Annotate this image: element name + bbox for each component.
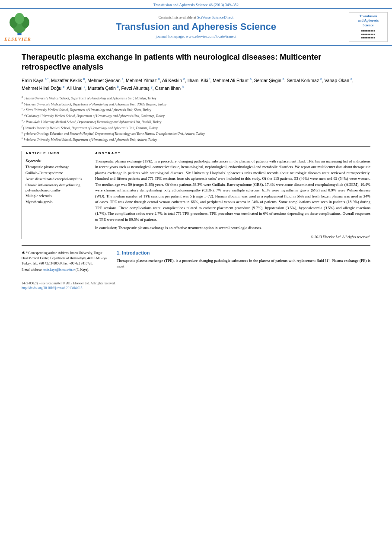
authors-line: Emin Kaya a,*, Muzaffer Keklik b, Mehmet… xyxy=(22,76,370,92)
bottom-section: ✱ * Corresponding author. Address: Inonu… xyxy=(22,245,370,272)
homepage-url[interactable]: www.elsevier.com/locate/transci xyxy=(186,34,236,38)
svg-point-4 xyxy=(15,13,24,24)
elsevier-brand-text: ELSEVIER xyxy=(4,36,31,41)
keyword-2: Guillain–Barre syndrome xyxy=(25,171,86,176)
footer-doi[interactable]: http://dx.doi.org/10.1016/j.transci.2013… xyxy=(22,286,370,290)
affiliations: a a Inonu University Medical School, Dep… xyxy=(22,95,370,142)
sciverse-link[interactable]: SciVerse ScienceDirect xyxy=(197,15,233,19)
corresponding-author-note: ✱ * Corresponding author. Address: Inonu… xyxy=(22,250,108,266)
email-link[interactable]: emin.kaya@inonu.edu.tr xyxy=(43,268,75,272)
abstract-text: Therapeutic plasma exchange (TPE), is a … xyxy=(95,159,370,231)
article-body: ARTICLE INFO Keywords: Therapeutic plasm… xyxy=(22,151,370,239)
abstract-para-2: In conclusion; Therapeutic plasma exchan… xyxy=(95,225,370,231)
keyword-4: Chronic inflammatory demyelinating polyr… xyxy=(25,183,86,193)
article-info-section: ARTICLE INFO Keywords: Therapeutic plasm… xyxy=(22,151,86,239)
main-content: Therapeutic plasma exchange in patients … xyxy=(0,46,392,297)
page-footer: 1473-0502/$ – see front matter © 2013 El… xyxy=(22,279,370,290)
abstract-para-1: Therapeutic plasma exchange (TPE), is a … xyxy=(95,159,370,223)
footnotes-section: ✱ * Corresponding author. Address: Inonu… xyxy=(22,250,108,272)
homepage-line: journal homepage: www.elsevier.com/locat… xyxy=(48,34,344,38)
abstract-title: ABSTRACT xyxy=(95,151,370,155)
sciverse-line: Contents lists available at SciVerse Sci… xyxy=(48,15,344,19)
journal-logo-box: Transfusionand ApheresisScience ■■■■■■■■… xyxy=(349,12,388,42)
footer-issn: 1473-0502/$ – see front matter © 2013 El… xyxy=(22,281,370,285)
article-title: Therapeutic plasma exchange in patients … xyxy=(22,52,370,73)
keywords-label: Keywords: xyxy=(25,159,86,163)
journal-header: ELSEVIER Contents lists available at Sci… xyxy=(0,8,392,46)
keyword-6: Myasthenia gravis xyxy=(25,200,86,205)
introduction-section: 1. Introduction Therapeutic plasma excha… xyxy=(117,250,370,272)
elsevier-tree-icon xyxy=(4,13,35,36)
email-line: E-mail address: emin.kaya@inonu.edu.tr (… xyxy=(22,268,108,272)
keyword-5: Multiple sclerosis xyxy=(25,194,86,199)
copyright-line: © 2013 Elsevier Ltd. All rights reserved… xyxy=(95,235,370,239)
journal-title-header: Transfusion and Apheresis Science xyxy=(48,21,344,32)
abstract-section: ABSTRACT Therapeutic plasma exchange (TP… xyxy=(95,151,370,239)
section-divider xyxy=(22,146,370,147)
elsevier-logo: ELSEVIER xyxy=(4,13,43,41)
journal-citation: Transfusion and Apheresis Science 48 (20… xyxy=(153,3,239,7)
top-bar: Transfusion and Apheresis Science 48 (20… xyxy=(0,0,392,8)
keyword-3: Acute disseminated encephalomyelitis xyxy=(25,177,86,182)
intro-text: Therapeutic plasma exchange (TPE), is a … xyxy=(117,258,370,270)
intro-heading: 1. Introduction xyxy=(117,250,370,255)
keyword-1: Therapeutic plasma exchange xyxy=(25,165,86,170)
journal-center-header: Contents lists available at SciVerse Sci… xyxy=(48,15,344,38)
article-info-title: ARTICLE INFO xyxy=(25,151,86,155)
